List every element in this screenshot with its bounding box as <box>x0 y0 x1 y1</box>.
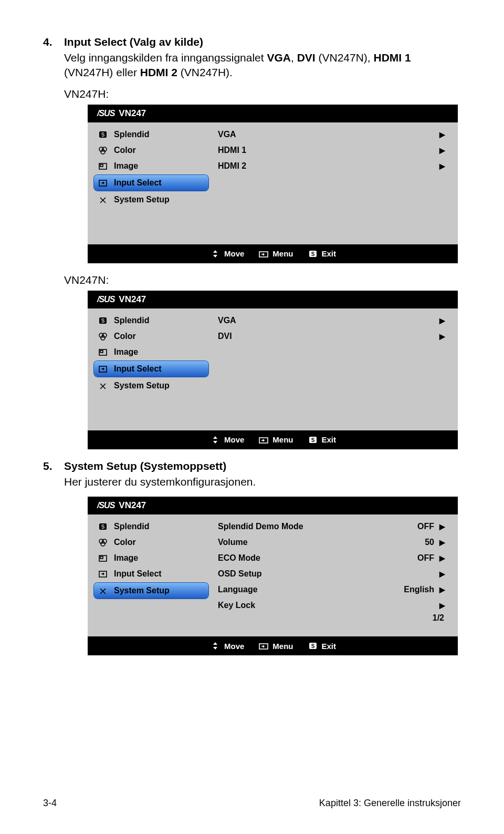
sidebar-label: Input Select <box>114 569 162 579</box>
osd-options: VGA ▶ DVI ▶ <box>214 308 458 430</box>
sidebar-item-input-select[interactable]: Input Select <box>88 566 214 582</box>
sidebar-item-system-setup[interactable]: System Setup <box>94 583 208 599</box>
option-value: English <box>404 585 434 594</box>
sidebar-label: Color <box>114 332 136 341</box>
option-label: VGA <box>218 130 439 139</box>
page-number: 3-4 <box>43 798 57 809</box>
footer-label: Move <box>224 642 244 651</box>
splendid-icon: S <box>97 522 109 531</box>
option-row[interactable]: Key Lock ▶ <box>214 598 458 613</box>
option-row[interactable]: ECO Mode OFF ▶ <box>214 550 458 566</box>
osd-panel-vn247h: /SUS VN247 S Splendid Color Image <box>88 105 458 263</box>
footer-move: Move <box>209 249 244 259</box>
sidebar-item-input-select[interactable]: Input Select <box>94 361 208 377</box>
option-label: Volume <box>218 538 425 547</box>
chevron-right-icon: ▶ <box>439 316 445 325</box>
section-5-number: 5. <box>43 460 64 472</box>
osd-sidebar: S Splendid Color Image Input Select <box>88 308 214 430</box>
sidebar-label: Color <box>114 538 136 547</box>
sidebar-item-splendid[interactable]: S Splendid <box>88 313 214 328</box>
page-indicator: 1/2 <box>214 613 458 626</box>
footer-menu: Menu <box>258 641 293 651</box>
sidebar-label: System Setup <box>114 195 170 204</box>
chevron-right-icon: ▶ <box>439 585 445 594</box>
tools-icon <box>97 381 109 390</box>
section-5-body: Her justerer du systemkonfigurasjonen. <box>64 475 461 489</box>
svg-text:S: S <box>311 643 314 649</box>
option-value: 50 <box>425 538 434 547</box>
sidebar-item-system-setup[interactable]: System Setup <box>88 378 214 394</box>
sidebar-item-image[interactable]: Image <box>88 550 214 566</box>
sidebar-item-image[interactable]: Image <box>88 344 214 360</box>
option-row[interactable]: Splendid Demo Mode OFF ▶ <box>214 519 458 534</box>
image-icon <box>97 161 109 171</box>
updown-icon <box>209 641 221 651</box>
osd-options: VGA ▶ HDMI 1 ▶ HDMI 2 ▶ <box>214 122 458 244</box>
splendid-icon: S <box>97 316 109 325</box>
option-row[interactable]: OSD Setup ▶ <box>214 566 458 582</box>
svg-text:S: S <box>311 251 314 257</box>
svg-rect-17 <box>100 351 103 353</box>
osd-footer: Move Menu S Exit <box>88 636 458 655</box>
footer-label: Menu <box>272 249 293 258</box>
tools-icon <box>97 586 109 595</box>
option-row[interactable]: DVI ▶ <box>214 328 458 344</box>
asus-logo: /SUS <box>97 501 114 510</box>
color-icon <box>97 538 109 547</box>
option-label: HDMI 1 <box>218 146 439 155</box>
section-4-title: Input Select (Valg av kilde) <box>64 36 203 48</box>
option-row[interactable]: VGA ▶ <box>214 127 458 142</box>
section-4-number: 4. <box>43 36 64 48</box>
footer-label: Menu <box>272 435 293 444</box>
sidebar-label: Input Select <box>114 364 162 374</box>
osd-footer: Move Menu S Exit <box>88 430 458 449</box>
footer-label: Menu <box>272 642 293 651</box>
option-label: Splendid Demo Mode <box>218 522 417 531</box>
chevron-right-icon: ▶ <box>439 601 445 610</box>
svg-rect-6 <box>100 164 103 167</box>
footer-move: Move <box>209 435 244 445</box>
input-icon <box>97 569 109 579</box>
sidebar-label: System Setup <box>114 381 170 390</box>
color-icon <box>97 146 109 155</box>
image-icon <box>97 347 109 357</box>
option-row[interactable]: HDMI 2 ▶ <box>214 158 458 174</box>
option-label: VGA <box>218 316 439 325</box>
option-row[interactable]: HDMI 1 ▶ <box>214 142 458 158</box>
option-label: DVI <box>218 332 439 341</box>
svg-text:S: S <box>101 132 105 138</box>
sidebar-item-color[interactable]: Color <box>88 534 214 550</box>
chevron-right-icon: ▶ <box>439 332 445 341</box>
option-row[interactable]: VGA ▶ <box>214 313 458 328</box>
sidebar-label: Input Select <box>114 178 162 188</box>
sidebar-item-input-select[interactable]: Input Select <box>94 175 208 191</box>
menu-icon <box>258 249 269 259</box>
option-row[interactable]: Volume 50 ▶ <box>214 534 458 550</box>
option-row[interactable]: Language English ▶ <box>214 582 458 598</box>
option-label: Key Lock <box>218 601 434 610</box>
menu-icon <box>258 641 269 651</box>
footer-menu: Menu <box>258 249 293 259</box>
color-icon <box>97 332 109 341</box>
sidebar-item-image[interactable]: Image <box>88 158 214 174</box>
footer-label: Exit <box>322 435 337 444</box>
sidebar-item-color[interactable]: Color <box>88 142 214 158</box>
svg-rect-28 <box>100 557 103 559</box>
osd-model-label: VN247 <box>119 294 146 305</box>
sidebar-item-splendid[interactable]: S Splendid <box>88 519 214 534</box>
exit-icon: S <box>307 641 319 651</box>
updown-icon <box>209 435 221 445</box>
sidebar-item-splendid[interactable]: S Splendid <box>88 127 214 142</box>
option-label: OSD Setup <box>218 569 434 579</box>
sidebar-label: Splendid <box>114 522 150 531</box>
exit-icon: S <box>307 249 319 259</box>
sidebar-item-color[interactable]: Color <box>88 328 214 344</box>
footer-move: Move <box>209 641 244 651</box>
sidebar-item-system-setup[interactable]: System Setup <box>88 192 214 208</box>
osd-header: /SUS VN247 <box>88 291 458 308</box>
osd-model-label: VN247 <box>119 500 146 511</box>
option-label: HDMI 2 <box>218 161 439 171</box>
section-4-heading: 4. Input Select (Valg av kilde) <box>43 36 461 48</box>
footer-label: Exit <box>322 249 337 258</box>
sidebar-label: Color <box>114 146 136 155</box>
